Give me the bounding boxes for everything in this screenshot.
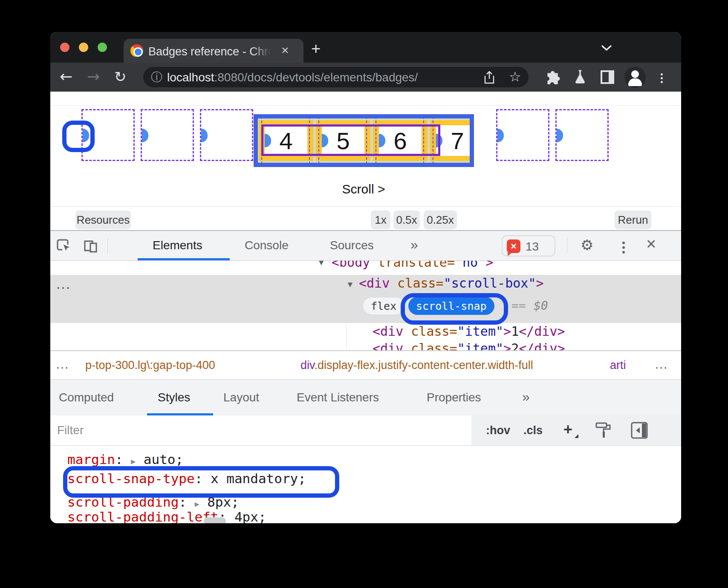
snap-point-dot bbox=[497, 129, 504, 142]
paint-roller-icon[interactable] bbox=[595, 421, 612, 439]
dom-tree: ▼<body translate="no"> … ▼ <div class="s… bbox=[50, 261, 681, 350]
resources-button[interactable]: Resources bbox=[75, 210, 131, 229]
tab-layout[interactable]: Layout bbox=[223, 391, 259, 404]
device-toolbar-icon[interactable] bbox=[84, 238, 99, 254]
expand-arrow-icon[interactable]: ▶ bbox=[195, 499, 199, 508]
tab-console[interactable]: Console bbox=[245, 239, 289, 252]
share-icon[interactable] bbox=[483, 71, 495, 84]
devtools-panel: Elements Console Sources » × 13 ⚙ × ▼<bo… bbox=[50, 230, 681, 523]
rerun-button[interactable]: Rerun bbox=[615, 210, 651, 229]
profile-avatar[interactable] bbox=[624, 66, 646, 88]
styles-filter-input[interactable] bbox=[50, 415, 471, 445]
forward-icon[interactable]: → bbox=[87, 69, 100, 84]
devtools-close-icon[interactable]: × bbox=[646, 235, 656, 252]
tab-properties[interactable]: Properties bbox=[427, 391, 481, 404]
site-info-icon[interactable]: ⓘ bbox=[151, 71, 162, 83]
dom-scroll-box-tag: <div class="scroll-box"> bbox=[359, 276, 544, 291]
desktop-background: Badges reference - Chrome De × + ← → ↻ ⓘ… bbox=[0, 0, 728, 588]
url-host: localhost bbox=[167, 71, 214, 84]
snap-items-purple-outline bbox=[261, 124, 440, 156]
snap-area-box bbox=[496, 109, 549, 161]
traffic-light-close[interactable] bbox=[60, 43, 69, 52]
error-icon: × bbox=[507, 239, 520, 253]
error-count-badge[interactable]: × 13 bbox=[502, 235, 555, 257]
dom-dollar-ref: $0 bbox=[534, 299, 548, 313]
page-content: 4 5 6 7 bbox=[50, 92, 681, 230]
tab-elements[interactable]: Elements bbox=[153, 239, 202, 252]
style-declaration-margin[interactable]: margin: ▶ auto; bbox=[67, 452, 183, 467]
snap-area-box bbox=[200, 109, 253, 161]
side-panel-icon[interactable] bbox=[600, 70, 615, 84]
back-icon[interactable]: ← bbox=[60, 69, 72, 84]
browser-window: Badges reference - Chrome De × + ← → ↻ ⓘ… bbox=[50, 32, 681, 523]
styles-pane: margin: ▶ auto; scroll-snap-type: x mand… bbox=[50, 446, 681, 523]
address-bar[interactable]: ⓘ localhost:8080/docs/devtools/elements/… bbox=[143, 67, 529, 87]
tab-search-chevron-icon[interactable] bbox=[601, 45, 612, 52]
inspect-element-icon[interactable] bbox=[56, 238, 72, 254]
browser-tab[interactable]: Badges reference - Chrome De × bbox=[124, 39, 303, 63]
tab-event-listeners[interactable]: Event Listeners bbox=[297, 391, 379, 404]
badge-flex[interactable]: flex bbox=[363, 297, 404, 315]
breadcrumb-crumb[interactable]: arti bbox=[610, 359, 626, 372]
browser-menu-icon[interactable] bbox=[661, 72, 663, 85]
avatar-head bbox=[631, 70, 639, 78]
toggle-hover-state-button[interactable]: :hov bbox=[486, 424, 510, 437]
zoom-1x-button[interactable]: 1x bbox=[371, 210, 390, 229]
pane-scroll-nub bbox=[204, 517, 226, 523]
experiments-flask-icon[interactable] bbox=[572, 69, 588, 86]
more-sidebar-tabs-icon[interactable]: » bbox=[522, 389, 530, 405]
snap-point-dot bbox=[142, 129, 148, 142]
dom-row-item-1[interactable]: <div class="item">1</div> bbox=[373, 324, 565, 339]
reload-icon[interactable]: ↻ bbox=[114, 69, 127, 84]
url-text: localhost:8080/docs/devtools/elements/ba… bbox=[167, 71, 418, 84]
dom-equals: == bbox=[511, 299, 526, 313]
settings-gear-icon[interactable]: ⚙ bbox=[581, 238, 593, 252]
zoom-025x-button[interactable]: 0.25x bbox=[424, 210, 457, 229]
traffic-light-zoom[interactable] bbox=[98, 43, 107, 52]
tab-computed[interactable]: Computed bbox=[59, 391, 114, 404]
new-tab-button[interactable]: + bbox=[311, 40, 321, 57]
dom-row-scroll-box-selected[interactable]: … ▼ <div class="scroll-box"> flex scroll… bbox=[50, 275, 681, 323]
indent-guide bbox=[346, 324, 347, 350]
extensions-puzzle-icon[interactable] bbox=[544, 69, 560, 86]
dom-row-item-2[interactable]: <div class="item">2</div> bbox=[373, 341, 565, 350]
new-style-rule-button[interactable]: + bbox=[563, 421, 572, 438]
breadcrumb-crumb-selected[interactable]: div.display-flex.justify-content-center.… bbox=[300, 359, 533, 372]
scroll-snap-viewport[interactable]: 4 5 6 7 bbox=[254, 114, 474, 167]
toggle-classes-button[interactable]: .cls bbox=[523, 424, 543, 437]
sidebar-position-icon[interactable] bbox=[630, 421, 648, 439]
snap-point-dot bbox=[557, 129, 563, 142]
breadcrumb-crumb[interactable]: p-top-300.lg\:gap-top-400 bbox=[85, 359, 215, 372]
snap-point-dot bbox=[201, 129, 208, 142]
devtools-menu-icon[interactable] bbox=[622, 239, 625, 256]
bookmark-star-icon[interactable]: ☆ bbox=[509, 70, 521, 84]
tab-strip: Badges reference - Chrome De × + bbox=[50, 32, 681, 63]
error-count: 13 bbox=[526, 240, 539, 254]
more-tabs-icon[interactable]: » bbox=[410, 237, 418, 253]
collapse-arrow-icon[interactable]: ▼ bbox=[319, 261, 324, 267]
annotation-scroll-snap-badge bbox=[401, 293, 508, 325]
expand-arrow-icon[interactable]: ▶ bbox=[131, 457, 136, 466]
snap-item-number: 7 bbox=[451, 127, 464, 155]
breadcrumb: … p-top-300.lg\:gap-top-400 div.display-… bbox=[50, 350, 681, 379]
tab-close-icon[interactable]: × bbox=[281, 44, 289, 57]
zoom-05x-button[interactable]: 0.5x bbox=[393, 210, 420, 229]
tab-sources[interactable]: Sources bbox=[330, 239, 374, 252]
annotation-scroll-snap-type bbox=[63, 466, 339, 498]
tab-title-fade bbox=[252, 44, 279, 59]
collapse-arrow-icon[interactable]: ▼ bbox=[346, 280, 354, 289]
styles-filter-bar: :hov .cls + bbox=[50, 415, 681, 446]
snap-area-box bbox=[555, 109, 609, 161]
breadcrumb-overflow-left[interactable]: … bbox=[55, 356, 69, 372]
scroll-hint-label: Scroll > bbox=[306, 182, 421, 196]
dom-ellipsis[interactable]: … bbox=[55, 275, 71, 293]
style-declaration-scroll-padding-left[interactable]: scroll-padding-left: 4px; bbox=[67, 509, 266, 523]
tab-styles[interactable]: Styles bbox=[158, 391, 190, 404]
chrome-favicon-icon bbox=[130, 44, 143, 57]
page-divider-top bbox=[50, 105, 681, 106]
traffic-light-minimize[interactable] bbox=[79, 43, 88, 52]
url-path: :8080/docs/devtools/elements/badges/ bbox=[214, 71, 418, 84]
annotation-snap-point bbox=[62, 121, 95, 152]
avatar-body bbox=[628, 78, 642, 86]
breadcrumb-overflow-right[interactable]: … bbox=[654, 356, 668, 372]
